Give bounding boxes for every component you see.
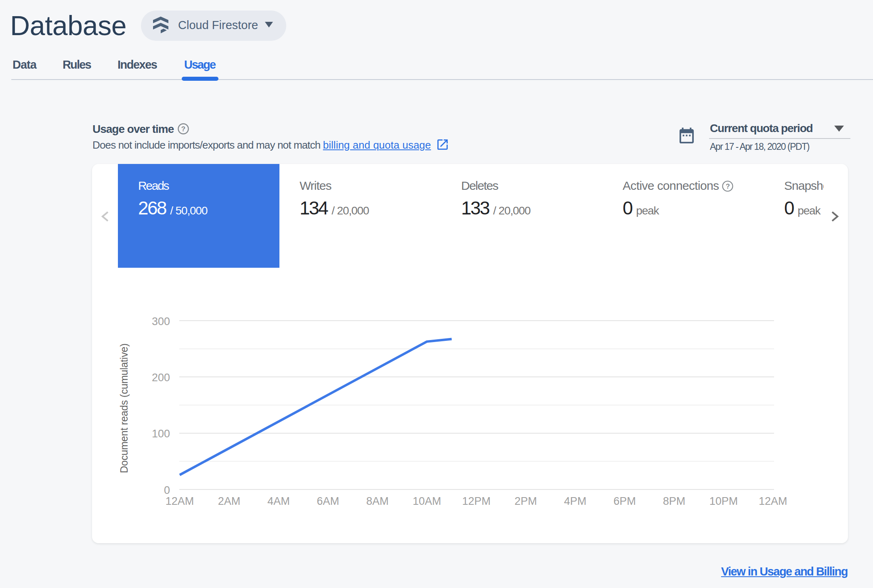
- svg-text:4AM: 4AM: [267, 495, 290, 507]
- svg-text:6AM: 6AM: [317, 495, 340, 507]
- svg-text:200: 200: [152, 372, 170, 384]
- svg-text:12AM: 12AM: [759, 495, 787, 507]
- svg-text:Document reads (cumulative): Document reads (cumulative): [118, 343, 130, 473]
- svg-text:100: 100: [152, 428, 170, 440]
- svg-text:12AM: 12AM: [166, 495, 194, 507]
- svg-text:10PM: 10PM: [709, 495, 738, 507]
- svg-text:?: ?: [181, 125, 185, 133]
- svg-text:8PM: 8PM: [663, 495, 686, 507]
- svg-text:2PM: 2PM: [514, 495, 537, 507]
- svg-text:300: 300: [152, 315, 170, 328]
- svg-text:2AM: 2AM: [218, 495, 241, 507]
- svg-text:0: 0: [164, 484, 170, 496]
- svg-text:4PM: 4PM: [564, 495, 587, 507]
- svg-text:12PM: 12PM: [462, 495, 491, 507]
- svg-text:?: ?: [726, 183, 730, 190]
- svg-text:6PM: 6PM: [613, 495, 636, 507]
- svg-text:8AM: 8AM: [366, 495, 389, 507]
- svg-text:10AM: 10AM: [413, 495, 441, 507]
